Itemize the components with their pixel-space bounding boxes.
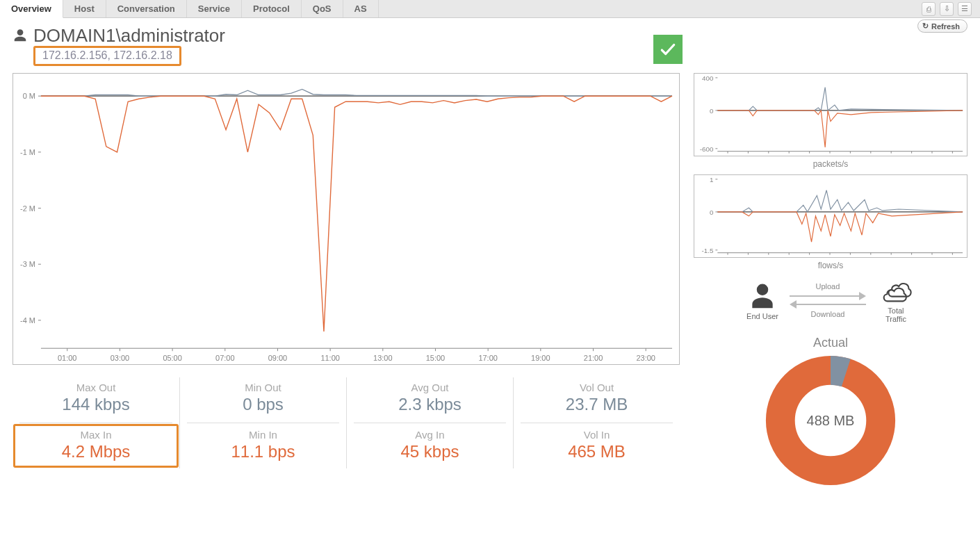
- tab-host[interactable]: Host: [63, 0, 106, 17]
- stat-label: Min Out: [187, 382, 339, 393]
- stat-value: 2.3 kbps: [354, 395, 506, 414]
- refresh-button[interactable]: ↻ Refresh: [917, 19, 967, 33]
- main-chart[interactable]: 0 M-1 M-2 M-3 M-4 M01:0003:0005:0007:000…: [13, 73, 680, 365]
- stat-label: Max Out: [19, 382, 172, 393]
- stat-value: 45 kbps: [354, 442, 506, 461]
- stat-label: Avg In: [354, 429, 506, 441]
- tab-as[interactable]: AS: [343, 0, 379, 17]
- cloud-icon: [877, 277, 915, 305]
- arrow-download-icon: [790, 302, 866, 307]
- svg-text:-1.5: -1.5: [702, 247, 714, 254]
- svg-text:15:00: 15:00: [426, 354, 445, 362]
- diagram-right-label: Total Traffic: [877, 306, 915, 323]
- stat-label: Min In: [187, 429, 339, 441]
- stat-label: Vol Out: [521, 382, 673, 393]
- tabs-bar: Overview Host Conversation Service Proto…: [0, 0, 980, 18]
- stat-value: 23.7 MB: [521, 395, 673, 414]
- svg-text:0: 0: [710, 208, 714, 216]
- toolbar-print-icon[interactable]: ⎙: [922, 2, 936, 16]
- svg-text:0 M: 0 M: [23, 92, 35, 100]
- svg-text:13:00: 13:00: [373, 354, 392, 362]
- stat-value: 0 bps: [187, 395, 339, 414]
- stat-label: Avg Out: [354, 382, 506, 393]
- mini-chart-flows-label: flows/s: [694, 261, 967, 270]
- refresh-label: Refresh: [931, 22, 960, 31]
- tab-overview[interactable]: Overview: [0, 0, 63, 18]
- tab-conversation[interactable]: Conversation: [106, 0, 187, 17]
- stat-value: 4.2 Mbps: [19, 442, 172, 461]
- status-indicator: [653, 35, 683, 64]
- donut-title: Actual: [694, 336, 967, 350]
- svg-text:09:00: 09:00: [268, 354, 287, 362]
- svg-text:0: 0: [710, 107, 714, 115]
- stat-label: Max In: [19, 429, 172, 441]
- svg-text:17:00: 17:00: [478, 354, 497, 362]
- user-ips: 172.16.2.156, 172.16.2.18: [33, 46, 181, 66]
- svg-text:-2 M: -2 M: [20, 204, 35, 213]
- donut-center-label: 488 MB: [765, 354, 897, 486]
- stat-label: Vol In: [521, 429, 673, 441]
- traffic-diagram: End User Upload Download Total Tra: [694, 277, 967, 323]
- stats-grid: Max Out 144 kbps Max In 4.2 Mbps Min Out…: [13, 377, 680, 468]
- stat-value: 144 kbps: [19, 395, 172, 414]
- refresh-icon: ↻: [922, 22, 929, 31]
- tab-protocol[interactable]: Protocol: [242, 0, 302, 17]
- tab-service[interactable]: Service: [187, 0, 242, 17]
- diagram-download-label: Download: [810, 310, 844, 318]
- diagram-left-label: End User: [746, 312, 778, 320]
- svg-text:19:00: 19:00: [531, 354, 550, 362]
- end-user-icon: [747, 280, 778, 311]
- svg-text:05:00: 05:00: [163, 354, 181, 362]
- page-title: DOMAIN1\administrator: [33, 26, 225, 44]
- svg-text:03:00: 03:00: [111, 354, 129, 362]
- arrow-upload-icon: [790, 293, 866, 299]
- mini-chart-packets-label: packets/s: [694, 159, 967, 169]
- mini-chart-flows[interactable]: 10-1.5: [694, 174, 967, 258]
- svg-text:-3 M: -3 M: [20, 260, 35, 268]
- svg-text:400: 400: [702, 74, 714, 82]
- user-icon: [13, 28, 28, 45]
- mini-chart-packets[interactable]: 4000-600: [694, 73, 967, 156]
- tab-qos[interactable]: QoS: [302, 0, 343, 17]
- stat-value: 11.1 bps: [187, 442, 339, 461]
- toolbar-export-icon[interactable]: ⇩: [940, 2, 954, 16]
- svg-text:-4 M: -4 M: [20, 316, 35, 325]
- stat-value: 465 MB: [521, 442, 673, 461]
- diagram-upload-label: Upload: [815, 282, 840, 291]
- svg-text:01:00: 01:00: [58, 354, 76, 362]
- svg-text:1: 1: [710, 176, 713, 183]
- svg-text:23:00: 23:00: [636, 354, 655, 362]
- svg-text:11:00: 11:00: [320, 354, 339, 362]
- toolbar-settings-icon[interactable]: ☰: [958, 2, 972, 16]
- svg-text:-600: -600: [700, 145, 714, 153]
- svg-text:07:00: 07:00: [215, 354, 234, 362]
- donut-chart[interactable]: 488 MB: [765, 354, 897, 486]
- svg-text:-1 M: -1 M: [20, 148, 35, 156]
- svg-text:21:00: 21:00: [584, 354, 603, 362]
